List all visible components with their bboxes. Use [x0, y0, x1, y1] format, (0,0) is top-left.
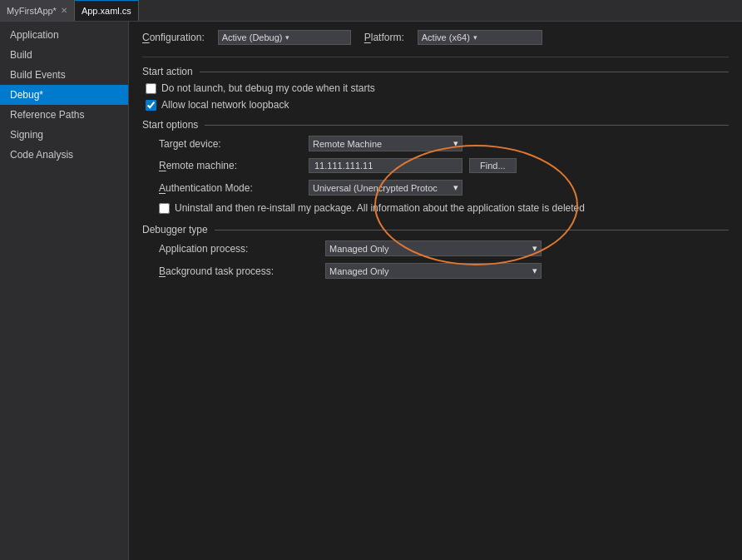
no-launch-row: Do not launch, but debug my code when it… [146, 82, 729, 94]
start-action-line [200, 72, 729, 72]
debugger-type-header: Debugger type [142, 224, 729, 235]
configuration-dropdown[interactable]: Active (Debug) ▾ [218, 30, 351, 45]
start-options-line [205, 125, 729, 126]
start-action-section: Start action [142, 66, 729, 77]
configuration-arrow: ▾ [285, 33, 289, 42]
remote-machine-value-row: Find... [309, 158, 729, 173]
sidebar-item-reference-paths-label: Reference Paths [10, 109, 84, 121]
platform-dropdown[interactable]: Active (x64) ▾ [418, 30, 542, 45]
sidebar-item-code-analysis[interactable]: Code Analysis [0, 145, 128, 165]
sidebar-item-reference-paths[interactable]: Reference Paths [0, 105, 128, 125]
config-row: Configuration: Active (Debug) ▾ Platform… [142, 30, 729, 45]
target-device-value-row: Remote Machine ▾ [309, 136, 729, 151]
uninstall-row: Uninstall and then re-install my package… [159, 202, 729, 214]
configuration-value: Active (Debug) [222, 32, 283, 42]
bg-process-arrow: ▾ [532, 265, 537, 276]
debugger-type-section: Debugger type Application process: Manag… [142, 224, 729, 279]
tab-myfirstapp-close[interactable]: ✕ [61, 6, 67, 15]
remote-machine-input[interactable] [309, 158, 463, 173]
uninstall-checkbox[interactable] [159, 203, 170, 214]
configuration-underline: C [142, 32, 150, 43]
auth-mode-value-row: Universal (Unencrypted Protoc ▾ [309, 180, 729, 196]
sidebar-item-build-events-label: Build Events [10, 69, 66, 81]
sidebar-item-signing[interactable]: Signing [0, 125, 128, 145]
allow-loopback-row: Allow local network loopback [146, 99, 729, 111]
platform-arrow: ▾ [473, 33, 477, 42]
sidebar-item-signing-label: Signing [10, 129, 43, 141]
debugger-type-title: Debugger type [142, 224, 208, 235]
tab-bar: MyFirstApp* ✕ App.xaml.cs [0, 0, 742, 22]
auth-mode-label: Authentication Mode: [159, 182, 309, 194]
tab-myfirstapp[interactable]: MyFirstApp* ✕ [0, 0, 75, 21]
sidebar-item-application[interactable]: Application [0, 25, 128, 45]
debugger-type-line [215, 230, 729, 230]
sidebar-item-build[interactable]: Build [0, 45, 128, 65]
sidebar-item-build-events[interactable]: Build Events [0, 65, 128, 85]
allow-loopback-label: Allow local network loopback [161, 99, 289, 111]
sidebar-item-application-label: Application [10, 29, 59, 41]
top-separator [142, 57, 729, 57]
remote-machine-label: Remote machine: [159, 160, 309, 171]
auth-mode-text: Universal (Unencrypted Protoc [313, 183, 438, 193]
remote-machine-underline: R [159, 160, 166, 171]
target-device-text: Remote Machine [313, 139, 382, 149]
auth-mode-underline: A [159, 182, 166, 194]
tab-myfirstapp-label: MyFirstApp* [7, 6, 57, 16]
app-process-label: Application process: [159, 243, 325, 255]
app-process-dropdown[interactable]: Managed Only ▾ [325, 240, 542, 256]
app-process-value: Managed Only [329, 244, 389, 254]
target-device-dropdown[interactable]: Remote Machine ▾ [309, 136, 463, 151]
configuration-label: Configuration: [142, 32, 205, 43]
auth-mode-dropdown[interactable]: Universal (Unencrypted Protoc ▾ [309, 180, 463, 196]
sidebar-item-code-analysis-label: Code Analysis [10, 149, 73, 161]
start-options-title: Start options [142, 119, 198, 131]
bg-process-value: Managed Only [329, 266, 389, 276]
uninstall-label: Uninstall and then re-install my package… [175, 202, 585, 214]
tab-appxamlcs-label: App.xaml.cs [82, 6, 131, 16]
find-button[interactable]: Find... [469, 158, 517, 173]
platform-label: Platform: [364, 32, 404, 43]
no-launch-checkbox[interactable] [146, 83, 156, 94]
no-launch-label: Do not launch, but debug my code when it… [161, 82, 375, 94]
target-device-arrow: ▾ [453, 138, 458, 149]
sidebar-item-debug[interactable]: Debug* [0, 85, 128, 105]
sidebar-item-debug-label: Debug* [10, 89, 43, 101]
sidebar: Application Build Build Events Debug* Re… [0, 22, 129, 560]
platform-value: Active (x64) [422, 32, 470, 42]
allow-loopback-checkbox[interactable] [146, 100, 156, 111]
start-action-title: Start action [142, 66, 193, 77]
start-options-section: Start options [142, 119, 729, 131]
bg-process-label: Background task process: [159, 265, 325, 277]
bg-process-underline: B [159, 265, 166, 277]
platform-underline: P [364, 32, 371, 43]
content-area: Configuration: Active (Debug) ▾ Platform… [129, 22, 742, 560]
main-area: Application Build Build Events Debug* Re… [0, 22, 742, 560]
start-options-grid: Target device: Remote Machine ▾ Remote m… [159, 136, 729, 196]
bg-process-dropdown[interactable]: Managed Only ▾ [325, 263, 542, 279]
debugger-grid: Application process: Managed Only ▾ Back… [159, 240, 729, 279]
tab-appxamlcs[interactable]: App.xaml.cs [75, 0, 139, 21]
target-device-label: Target device: [159, 138, 309, 150]
sidebar-item-build-label: Build [10, 49, 32, 61]
auth-mode-arrow: ▾ [453, 182, 458, 193]
app-process-arrow: ▾ [532, 243, 537, 254]
